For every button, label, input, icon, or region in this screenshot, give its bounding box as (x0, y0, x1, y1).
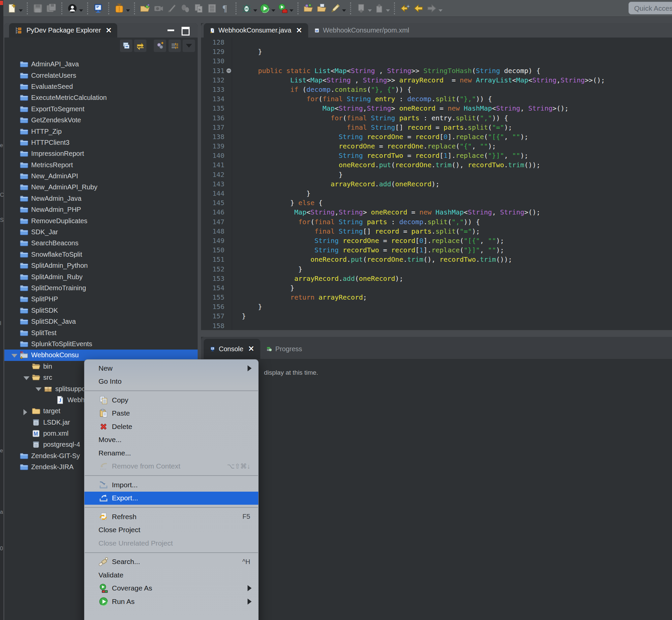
menu-item-export[interactable]: Export... (85, 492, 258, 505)
open-folder-wizard-button[interactable] (138, 2, 152, 15)
tree-item-evaluateseed[interactable]: EvaluateSeed (4, 81, 198, 92)
console-tab-console[interactable]: Console✕ (204, 339, 260, 359)
tree-item-splitdemotraining[interactable]: SplitDemoTraining (4, 282, 198, 294)
run-button[interactable] (258, 2, 271, 15)
menu-item-run-as[interactable]: Run As (85, 595, 258, 608)
last-edit-location-button[interactable] (398, 2, 412, 15)
tree-item-label: CorrelateUsers (31, 72, 76, 80)
collapse-arrow-icon[interactable] (11, 354, 17, 358)
knife-icon (167, 3, 177, 14)
menu-item-delete[interactable]: Delete (85, 420, 258, 433)
dropdown-arrow-icon[interactable] (19, 9, 23, 12)
menu-item-search[interactable]: Search...^H (85, 555, 258, 569)
highlight-pen-button[interactable] (329, 2, 342, 15)
jar-icon (32, 440, 41, 449)
dropdown-arrow-icon[interactable] (289, 9, 293, 12)
minimize-icon[interactable] (168, 30, 174, 31)
line-number: 153 (201, 274, 224, 283)
tree-item-http-zip[interactable]: HTTP_Zip (4, 126, 198, 137)
maximize-icon[interactable] (181, 27, 189, 36)
debug-button[interactable] (240, 2, 253, 15)
back-arrow-button[interactable] (412, 2, 425, 15)
fold-marker-icon[interactable]: – (226, 68, 231, 73)
run-external-button[interactable] (276, 2, 289, 15)
tree-item-executemetriccalculation[interactable]: ExecuteMetricCalculation (4, 92, 198, 103)
editor-tab-webhookconsumer-java[interactable]: JWebhookConsumer.java✕ (204, 23, 308, 38)
pilcrow-button[interactable]: ¶ (219, 2, 232, 15)
editor-tab-webhookconsumer-pom-xml[interactable]: MWebhookConsumer/pom.xml (308, 23, 415, 38)
dropdown-arrow-icon[interactable] (253, 9, 257, 12)
code-line: 156 } (201, 302, 672, 311)
dropdown-arrow-icon[interactable] (342, 9, 346, 12)
close-icon[interactable]: ✕ (248, 345, 254, 353)
filter-packages-button[interactable] (154, 40, 166, 52)
tab-pydev-package-explorer[interactable]: PyDev Package Explorer ✕ (9, 23, 117, 38)
dropdown-arrow-icon[interactable] (126, 9, 130, 12)
line-number: 155 (201, 293, 224, 302)
collapse-all-button[interactable] (120, 40, 132, 52)
tree-item-splunktosplitevents[interactable]: SplunkToSplitEvents (4, 339, 198, 350)
tree-item-newadmin-php[interactable]: NewAdmin_PHP (4, 204, 198, 215)
menu-item-coverage-as[interactable]: Coverage As (85, 582, 258, 595)
tree-item-correlateusers[interactable]: CorrelateUsers (4, 70, 198, 81)
maven-file-icon: M (314, 26, 323, 35)
tree-item-adminapi-java[interactable]: AdminAPI_Java (4, 59, 198, 70)
view-menu-button[interactable] (182, 40, 195, 52)
menu-item-paste[interactable]: Paste (85, 407, 258, 420)
tree-item-new-adminapi-ruby[interactable]: New_AdminAPI_Ruby (4, 182, 198, 193)
console-tab-progress[interactable]: Progress (260, 339, 308, 359)
customize-view-button[interactable] (168, 40, 181, 52)
sash-divider[interactable] (201, 330, 672, 337)
menu-item-move[interactable]: Move... (85, 433, 258, 447)
tree-item-splitphp[interactable]: SplitPHP (4, 294, 198, 305)
dropdown-arrow-icon[interactable] (271, 9, 275, 12)
tree-item-getzendeskvote[interactable]: GetZendeskVote (4, 115, 198, 126)
tree-item-snowflaketosplit[interactable]: SnowflakeToSplit (4, 249, 198, 260)
menu-item-go-into[interactable]: Go Into (85, 375, 258, 389)
menu-item-refresh[interactable]: RefreshF5 (85, 510, 258, 523)
tree-item-splittest[interactable]: SplitTest (4, 327, 198, 338)
menu-item-import[interactable]: Import... (85, 478, 258, 492)
tree-item-sdk-jar[interactable]: SDK_Jar (4, 226, 198, 238)
new-wizard-button[interactable] (5, 2, 19, 15)
link-with-editor-button[interactable] (134, 40, 147, 52)
code-line: 138 String recordOne = record[0].replace… (201, 132, 672, 142)
tree-item-httpclient3[interactable]: HTTPClient3 (4, 137, 198, 148)
menu-item-close-project[interactable]: Close Project (85, 523, 258, 537)
pydev-package-button[interactable] (113, 2, 126, 15)
explorer-view-toolbar (4, 38, 198, 54)
user-avatar-button[interactable] (66, 2, 79, 15)
tree-item-newadmin-java[interactable]: NewAdmin_Java (4, 193, 198, 204)
close-icon[interactable]: ✕ (106, 26, 112, 35)
search-folders-button[interactable] (302, 2, 315, 15)
clipboard-tasks-button[interactable] (315, 2, 329, 15)
dropdown-arrow-icon[interactable] (79, 9, 83, 12)
expand-arrow-icon[interactable] (23, 409, 27, 415)
close-icon[interactable]: ✕ (296, 26, 302, 35)
maven-project-icon: MJ (19, 351, 29, 360)
code-line: 139 recordOne = recordOne.replace("{", "… (201, 142, 672, 151)
menu-item-rename[interactable]: Rename... (85, 447, 258, 460)
quick-access-field[interactable]: Quick Access (628, 2, 672, 14)
tree-item-removeduplicates[interactable]: RemoveDuplicates (4, 215, 198, 226)
menu-item-validate[interactable]: Validate (85, 568, 258, 582)
tree-item-splitadmin-python[interactable]: SplitAdmin_Python (4, 260, 198, 271)
menu-item-label: Remove from Context (112, 462, 180, 470)
tree-item-splitsdk-java[interactable]: SplitSDK_Java (4, 316, 198, 327)
line-number: 131 (201, 66, 224, 75)
tree-item-exporttosegment[interactable]: ExportToSegment (4, 104, 198, 115)
menu-item-new[interactable]: New (85, 362, 258, 375)
tree-item-splitsdk[interactable]: SplitSDK (4, 305, 198, 316)
tree-item-metricsreport[interactable]: MetricsReport (4, 159, 198, 170)
tree-item-splitadmin-ruby[interactable]: SplitAdmin_Ruby (4, 271, 198, 282)
tree-item-searchbeacons[interactable]: SearchBeacons (4, 238, 198, 249)
code-editor[interactable]: 128129 }130131– public static List<Map<S… (201, 38, 672, 330)
tree-item-new-adminapi[interactable]: New_AdminAPI (4, 170, 198, 182)
collapse-arrow-icon[interactable] (23, 376, 30, 380)
collapse-arrow-icon[interactable] (36, 388, 42, 391)
menu-item-copy[interactable]: Copy (85, 394, 258, 407)
tree-item-impressionreport[interactable]: ImpressionReport (4, 148, 198, 159)
tree-item-label: ExportToSegment (31, 105, 85, 113)
remote-monitor-button[interactable] (92, 2, 105, 15)
code-text: } (242, 47, 262, 56)
